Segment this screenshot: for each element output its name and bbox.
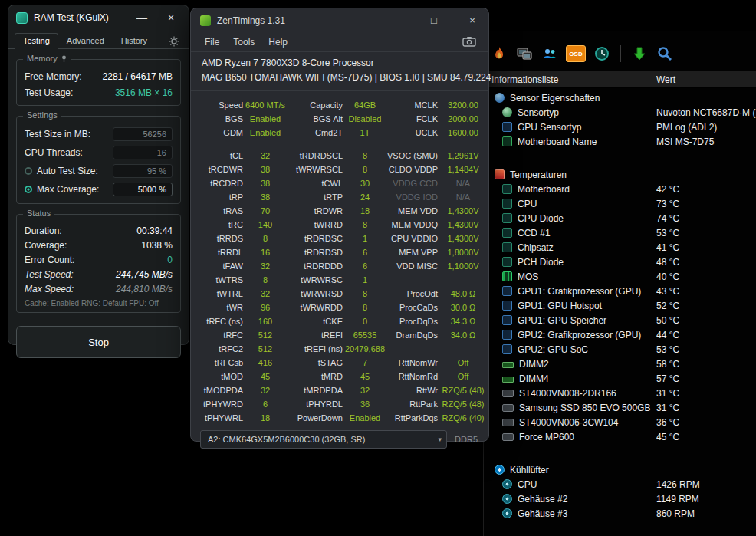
timing-label: GDM [196, 128, 243, 137]
free-memory-row: Free Memory: 2281 / 64617 MB [25, 68, 173, 84]
auto-test-size-radio[interactable] [25, 167, 32, 175]
timing-row: tWTRL 32 tWRWRSD 8 ProcOdt 48.0 Ω [191, 287, 488, 301]
timing-value: 18 [343, 206, 387, 215]
sensor-row-value: 50 °C [656, 315, 679, 326]
sensor-row-label: Kühllüfter [510, 465, 549, 475]
menu-item[interactable]: Help [262, 35, 294, 49]
sensor-row[interactable]: DIMM2 58 °C [484, 357, 756, 371]
sensor-row[interactable]: GPU1: GPU Hotspot 52 °C [484, 298, 756, 313]
sensor-row[interactable]: CPU 1426 RPM [484, 477, 756, 492]
timing-label: tRDRDDD [288, 261, 343, 271]
summary-icon[interactable] [515, 44, 534, 64]
sensor-row-value: 48 °C [656, 257, 679, 268]
ramtest-titlebar[interactable]: RAM Test (KGuiX) — × [8, 5, 189, 30]
sensor-row[interactable]: Motherboard Name MSI MS-7D75 [484, 134, 756, 149]
timing-label: BGS [196, 114, 243, 123]
sensor-row[interactable]: ST4000VN006-3CW104 36 °C [484, 415, 756, 429]
sensor-row[interactable]: GPU1: GPU Speicher 50 °C [484, 313, 756, 327]
sensor-row[interactable]: Temperaturen [484, 167, 756, 182]
close-button[interactable]: × [456, 8, 488, 32]
timing-value: 1,1484V [438, 165, 488, 174]
timing-label: BGS Alt [288, 114, 343, 123]
ramtest-app-icon [16, 12, 28, 24]
max-coverage-radio[interactable] [25, 186, 32, 193]
sensor-row-value: PMLog (ADL2) [656, 122, 717, 133]
sensor-row[interactable]: CPU 73 °C [484, 196, 756, 211]
sensor-row[interactable]: ST4000VN008-2DR166 31 °C [484, 386, 756, 400]
osd-button[interactable]: OSD [566, 45, 586, 62]
sensor-row[interactable]: CPU Diode 74 °C [484, 211, 756, 225]
sensor-row[interactable]: Gehäuse #2 1149 RPM [484, 492, 756, 506]
tab-history[interactable]: History [113, 33, 156, 48]
sensor-table-header: Informationsliste Wert [484, 71, 756, 88]
cpu-threads-input[interactable]: 16 [113, 146, 173, 159]
tab-testing[interactable]: Testing [15, 33, 58, 49]
clock-icon[interactable] [593, 44, 611, 64]
max-coverage-input[interactable]: 5000 % [113, 183, 173, 196]
timing-value: 1,4300V [438, 220, 488, 229]
sensor-row[interactable]: Sensortyp Nuvoton NCT6687D-M (IS [484, 105, 756, 120]
memory-group: Memory Free Memory: 2281 / 64617 MB Test… [16, 59, 181, 106]
sensor-row-label: Force MP600 [519, 432, 574, 442]
memory-module-select[interactable]: A2: CMK64GX5M2B6000C30 (32GB, SR) ▾ [200, 430, 447, 449]
column-header-info[interactable]: Informationsliste [484, 74, 558, 85]
maximize-button[interactable]: □ [418, 8, 450, 32]
sensor-row[interactable]: Sensor Eigenschaften [484, 90, 756, 105]
menu-item[interactable]: File [199, 35, 225, 49]
sensor-row[interactable]: Gehäuse #3 860 RPM [484, 506, 756, 521]
users-icon[interactable] [541, 44, 559, 64]
sensor-row[interactable]: CCD #1 53 °C [484, 225, 756, 240]
timing-value: 2000.00 [438, 114, 488, 123]
sensor-row[interactable]: DIMM4 57 °C [484, 371, 756, 386]
test-size-input[interactable]: 56256 [113, 127, 173, 141]
sensor-row-icon [502, 479, 512, 489]
close-button[interactable]: × [159, 8, 182, 27]
stop-button[interactable]: Stop [16, 326, 181, 358]
menu-item[interactable]: Tools [227, 35, 261, 49]
column-divider[interactable] [649, 73, 649, 86]
sensor-row-label: ST4000VN008-2DR166 [519, 388, 616, 399]
timing-label: CLDO VDDP [387, 165, 438, 174]
sensor-row[interactable]: Samsung SSD 850 EVO 500GB 31 °C [484, 400, 756, 415]
timing-value: 1,4300V [438, 206, 488, 215]
timing-value: 32 [343, 386, 387, 395]
download-arrow-icon[interactable] [630, 44, 649, 64]
sensor-row-label: Motherboard [518, 184, 570, 195]
cpu-threads-label: CPU Threads: [25, 147, 113, 158]
minimize-button[interactable]: — [380, 8, 412, 32]
sensor-row[interactable]: Chipsatz 41 °C [484, 240, 756, 255]
sensor-row[interactable]: Motherboard 42 °C [484, 182, 756, 196]
sensor-row-icon [502, 419, 514, 426]
timing-value: 38 [243, 192, 288, 202]
sensor-row[interactable]: GPU2: GPU SoC 53 °C [484, 342, 756, 357]
auto-test-size-input[interactable]: 95 % [113, 164, 173, 178]
sensor-row[interactable]: Kühllüfter [484, 462, 756, 477]
free-memory-value: 2281 / 64617 MB [103, 71, 173, 82]
sensor-row[interactable]: GPU1: Grafikprozessor (GPU) 43 °C [484, 284, 756, 298]
timing-row: tRCDWR 38 tWRWRSCL 8 CLDO VDDP 1,1484V [191, 163, 488, 176]
sensor-row[interactable]: Force MP600 45 °C [484, 429, 756, 444]
tab-advanced[interactable]: Advanced [58, 33, 113, 48]
timing-value: Enabled [343, 413, 387, 423]
pin-icon[interactable] [61, 55, 67, 62]
search-icon[interactable] [656, 44, 674, 64]
column-header-value[interactable]: Wert [656, 74, 675, 85]
sensor-row[interactable]: GPU2: Grafikprozessor (GPU) 44 °C [484, 327, 756, 342]
desktop: OSD Informationsliste Wert Sensor Eigens… [0, 0, 756, 536]
sensor-row-value: 74 °C [656, 213, 679, 224]
zentimings-titlebar[interactable]: ZenTimings 1.31 — □ × [191, 8, 488, 32]
theme-toggle-icon[interactable] [166, 35, 182, 48]
sensor-row[interactable] [484, 444, 756, 462]
cpu-name: AMD Ryzen 7 7800X3D 8-Core Processor [202, 56, 478, 71]
minimize-button[interactable]: — [130, 8, 153, 27]
flame-icon[interactable] [490, 44, 508, 64]
timing-label: CPU VDDIO [387, 234, 438, 243]
sensor-row[interactable]: PCH Diode 48 °C [484, 255, 756, 269]
sensor-row-label: DIMM4 [519, 373, 549, 384]
sensor-row[interactable]: GPU Sensortyp PMLog (ADL2) [484, 120, 756, 134]
sensor-row[interactable]: MOS 40 °C [484, 269, 756, 284]
sensor-row[interactable] [484, 149, 756, 167]
screenshot-icon[interactable] [458, 35, 481, 48]
test-size-label: Test Size in MB: [25, 129, 113, 140]
timing-label: RttNomWr [387, 358, 438, 367]
